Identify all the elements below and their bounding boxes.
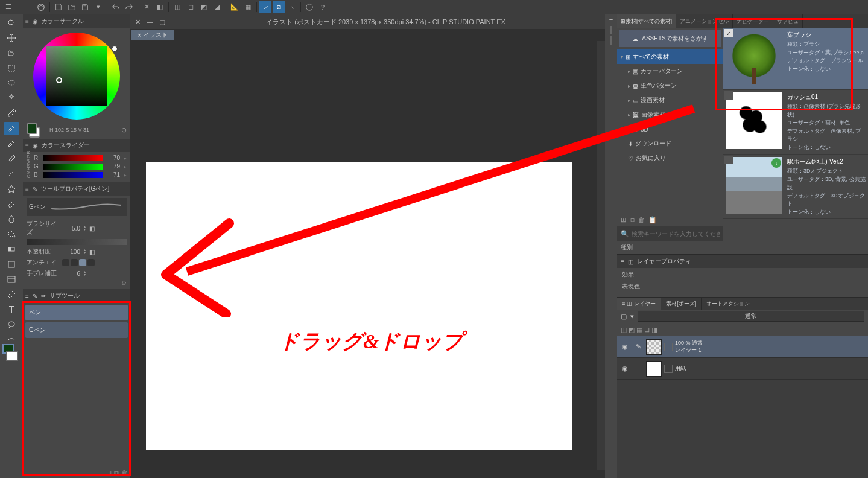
fill-tool-icon[interactable]	[4, 228, 19, 241]
edit-icon[interactable]: ✎	[633, 343, 644, 351]
eraser-tool-icon[interactable]	[4, 197, 19, 211]
material-item[interactable]: ガッシュ01 種類：画像素材 (ブラシ先端形状) ユーザータグ：画材, 単色 デ…	[723, 90, 868, 155]
b-slider[interactable]	[43, 172, 103, 178]
layer-icon[interactable]: ◨	[651, 326, 657, 334]
material-search-input[interactable]	[632, 231, 720, 237]
csp-cloud-icon[interactable]	[303, 1, 315, 13]
open-icon[interactable]	[66, 1, 78, 13]
snap2-icon[interactable]: ⧄	[273, 1, 285, 13]
tree-item[interactable]: ▸▨カラーパターン	[617, 64, 723, 78]
tree-item[interactable]: ▸▩単色パターン	[617, 78, 723, 93]
move-tool-icon[interactable]	[4, 31, 19, 45]
tab-subview[interactable]: サブビュ	[773, 14, 803, 28]
maximize-icon[interactable]: ▢	[159, 18, 165, 26]
ruler-icon[interactable]: 📐	[229, 1, 241, 13]
tab-anim-cel[interactable]: アニメーションセル	[676, 14, 733, 28]
menu-icon[interactable]: ☰	[2, 1, 14, 13]
material-item[interactable]: ↓ 駅ホーム(地上)-Ver.2 種類：3Dオブジェクト ユーザータグ：3D, …	[723, 155, 868, 219]
deselect-icon[interactable]: ◻	[185, 1, 197, 13]
canvas-tab[interactable]: ×イラスト	[131, 30, 174, 40]
layer-icon[interactable]: ◩	[629, 326, 635, 334]
r-slider[interactable]	[43, 155, 103, 161]
eye-icon[interactable]: ◉	[619, 343, 630, 351]
csp-logo-icon[interactable]	[35, 1, 47, 13]
deco-tool-icon[interactable]	[4, 182, 19, 196]
subtool-item[interactable]: Gペン	[25, 322, 128, 338]
select-all-icon[interactable]: ◫	[171, 1, 183, 13]
canvas-paper[interactable]	[146, 162, 572, 450]
layer-lock-icon[interactable]: ▢	[621, 313, 627, 320]
assets-search-button[interactable]: ☁ASSETSで素材をさがす	[619, 30, 721, 47]
airbrush-tool-icon[interactable]	[4, 167, 19, 180]
brush-size-slider[interactable]	[27, 239, 127, 245]
tab-auto-action[interactable]: オートアクション	[702, 298, 755, 310]
handle-tool-icon[interactable]	[4, 46, 19, 60]
subtool-item[interactable]: ペン	[25, 305, 128, 320]
minimize-icon[interactable]: —	[147, 18, 153, 25]
text-tool-icon[interactable]	[4, 303, 19, 316]
layer-item[interactable]: ◉ 用紙	[617, 358, 868, 380]
fg-swatch[interactable]	[27, 123, 37, 134]
tree-item[interactable]: ⬇ダウンロード	[617, 136, 723, 151]
frame-tool-icon[interactable]	[4, 273, 19, 286]
redo-icon[interactable]	[123, 1, 135, 13]
selection-tool-icon[interactable]	[4, 62, 19, 75]
brush-tool-icon[interactable]	[4, 152, 19, 165]
chevron-down-icon[interactable]: ▾	[92, 1, 104, 13]
material-tabs: ⊞素材[すべての素材] アニメーションセル ナビゲーター サブビュ	[617, 14, 868, 28]
layer-icon[interactable]: ⊡	[644, 326, 650, 334]
balloon-tool-icon[interactable]	[4, 318, 19, 331]
pen-tool-icon[interactable]	[4, 122, 19, 135]
tree-icon[interactable]: 🗑	[638, 216, 645, 224]
tab-layers[interactable]: ≡◫レイヤー	[617, 298, 661, 310]
ruler-tool-icon[interactable]	[4, 288, 19, 301]
eye-icon[interactable]: ◉	[619, 365, 630, 372]
gradient-tool-icon[interactable]	[4, 243, 19, 256]
material-item[interactable]: ✓ 葉ブラシ 種類：ブラシ ユーザータグ：葉,ブラシ,tree,c デフォルトタ…	[723, 28, 868, 90]
reselect-icon[interactable]: ◩	[198, 1, 210, 13]
close-icon[interactable]: ✕	[135, 18, 141, 26]
canvas-viewport[interactable]	[130, 41, 605, 478]
tree-item[interactable]: ▸🖼画像素材	[617, 107, 723, 122]
layer-item[interactable]: ◉ ✎ 100 % 通常レイヤー 1	[617, 336, 868, 358]
clear-icon[interactable]: ✕	[141, 1, 153, 13]
figure-tool-icon[interactable]	[4, 258, 19, 271]
zoom-tool-icon[interactable]	[4, 16, 19, 30]
tree-item[interactable]: ▸⬡3D	[617, 122, 723, 136]
g-slider[interactable]	[43, 164, 103, 170]
snap3-icon[interactable]: ⟍	[286, 1, 298, 13]
tree-icon[interactable]: ⊞	[621, 216, 626, 224]
dup-subtool-icon[interactable]: ⧉	[114, 469, 119, 477]
add-subtool-icon[interactable]: ⊞	[106, 469, 112, 477]
invert-icon[interactable]: ◪	[211, 1, 223, 13]
eyedrop-tool-icon[interactable]	[4, 107, 19, 120]
blend-tool-icon[interactable]	[4, 212, 19, 226]
tab-navigator[interactable]: ナビゲーター	[733, 14, 773, 28]
grid-icon[interactable]: ▦	[242, 1, 254, 13]
hue-ring[interactable]	[33, 33, 120, 119]
layer-icon[interactable]: ▦	[636, 326, 642, 334]
tab-material-pose[interactable]: 素材[ポーズ]	[661, 298, 702, 310]
tree-item[interactable]: ▾⊞すべての素材	[617, 49, 723, 64]
pencil-tool-icon[interactable]	[4, 137, 19, 150]
fill-icon[interactable]: ◧	[154, 1, 166, 13]
blend-mode-select[interactable]: 通常	[638, 311, 864, 322]
new-icon[interactable]	[52, 1, 65, 13]
scrollbar-v[interactable]	[597, 41, 605, 470]
undo-icon[interactable]	[110, 1, 122, 13]
snap-icon[interactable]: ⟋	[259, 1, 271, 13]
help-icon[interactable]: ?	[317, 1, 329, 13]
del-subtool-icon[interactable]: 🗑	[121, 469, 128, 477]
lasso-tool-icon[interactable]	[4, 77, 19, 90]
save-icon[interactable]	[79, 1, 91, 13]
layer-icon[interactable]: ◫	[621, 326, 627, 334]
tab-materials[interactable]: ⊞素材[すべての素材]	[617, 14, 676, 28]
color-swatch-pair[interactable]	[2, 344, 18, 361]
tree-item[interactable]: ♡お気に入り	[617, 151, 723, 165]
tree-icon[interactable]: ⧉	[630, 216, 635, 224]
tree-item[interactable]: ▸▭漫画素材	[617, 93, 723, 107]
svg-rect-13	[8, 276, 15, 282]
wand-tool-icon[interactable]	[4, 92, 19, 105]
sv-square[interactable]	[46, 46, 107, 106]
tree-icon[interactable]: 📋	[648, 216, 657, 224]
